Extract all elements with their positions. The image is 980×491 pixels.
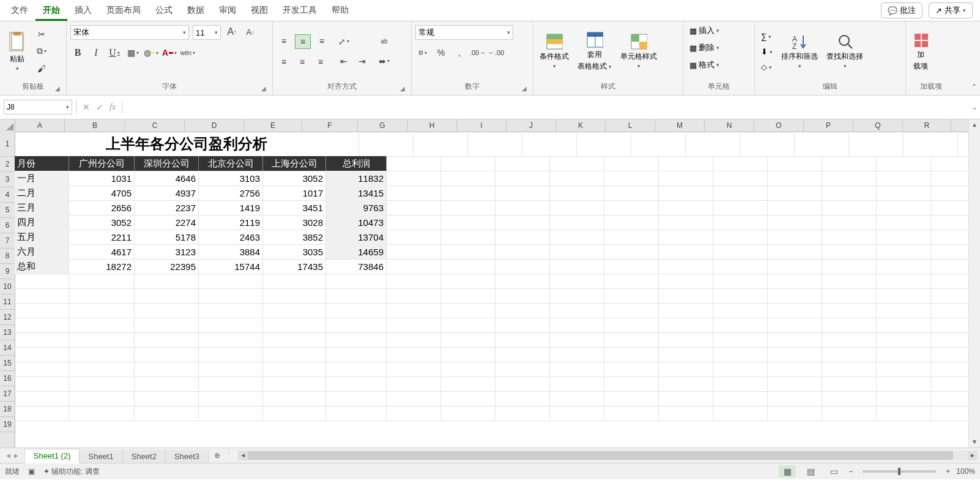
cell[interactable] — [822, 406, 877, 421]
cell[interactable] — [822, 391, 877, 407]
sort-filter-button[interactable]: AZ 排序和筛选 ▾ — [779, 32, 820, 70]
cell[interactable] — [713, 303, 768, 318]
cell[interactable] — [659, 215, 713, 230]
cell[interactable] — [69, 303, 135, 318]
cell[interactable] — [387, 156, 441, 171]
cell[interactable] — [15, 303, 69, 318]
menu-tab-6[interactable]: 审阅 — [212, 1, 243, 21]
cell[interactable] — [69, 391, 135, 407]
view-normal-button[interactable]: ▦ — [779, 465, 796, 478]
cell[interactable] — [822, 303, 877, 318]
cell[interactable] — [135, 391, 199, 407]
cell[interactable] — [713, 318, 768, 333]
cell[interactable] — [441, 215, 496, 230]
zoom-value[interactable]: 100% — [956, 467, 975, 476]
row-header-11[interactable]: 11 — [0, 294, 15, 310]
cancel-formula-button[interactable]: ✕ — [83, 102, 90, 112]
cell[interactable] — [496, 318, 550, 333]
cell[interactable] — [822, 215, 877, 230]
cell[interactable] — [550, 377, 604, 392]
cell[interactable] — [387, 259, 441, 274]
cell[interactable] — [441, 200, 496, 216]
cell[interactable] — [387, 362, 441, 377]
cell[interactable] — [441, 244, 496, 260]
view-page-layout-button[interactable]: ▤ — [802, 465, 819, 478]
cell[interactable] — [822, 230, 877, 245]
cell[interactable] — [822, 318, 877, 333]
cell[interactable] — [659, 274, 713, 289]
cell[interactable]: 2756 — [199, 186, 263, 201]
row-header-6[interactable]: 6 — [0, 218, 15, 233]
cell[interactable]: 1419 — [199, 200, 263, 216]
cell[interactable]: 11832 — [326, 171, 387, 186]
cell[interactable] — [659, 156, 713, 171]
scroll-down-button[interactable]: ▼ — [969, 437, 980, 448]
cell[interactable] — [768, 274, 822, 289]
cell[interactable] — [604, 156, 659, 171]
underline-button[interactable]: U▾ — [107, 46, 122, 59]
cell[interactable] — [326, 391, 387, 407]
cell[interactable] — [713, 156, 768, 171]
col-header-J[interactable]: J — [507, 119, 556, 132]
cell[interactable] — [387, 230, 441, 245]
formula-input[interactable] — [122, 100, 969, 114]
insert-cells-button[interactable]: ▦插入▾ — [687, 24, 722, 37]
vertical-scrollbar[interactable]: ▲ ▼ — [968, 119, 980, 448]
cell[interactable] — [604, 377, 659, 392]
menu-tab-3[interactable]: 页面布局 — [99, 1, 148, 21]
format-cells-button[interactable]: ▦格式▾ — [687, 58, 722, 72]
cell[interactable] — [713, 200, 768, 216]
col-header-H[interactable]: H — [407, 119, 457, 132]
cell[interactable]: 4617 — [69, 244, 135, 260]
cell[interactable]: 三月 — [15, 200, 69, 216]
cell[interactable] — [904, 132, 958, 157]
orientation-button[interactable]: ⤢▾ — [336, 35, 351, 48]
cell[interactable] — [822, 274, 877, 289]
cell[interactable] — [768, 230, 822, 245]
col-header-K[interactable]: K — [556, 119, 606, 132]
col-header-B[interactable]: B — [65, 119, 125, 132]
merge-button[interactable]: ⬌▾ — [377, 54, 392, 68]
cell[interactable] — [550, 406, 604, 421]
cell[interactable] — [69, 377, 135, 392]
cell[interactable] — [199, 332, 263, 348]
cell[interactable] — [263, 362, 326, 377]
cell[interactable] — [69, 406, 135, 421]
cell[interactable] — [768, 391, 822, 407]
cell[interactable]: 13415 — [326, 186, 387, 201]
cell[interactable] — [496, 406, 550, 421]
cell[interactable] — [604, 200, 659, 216]
col-header-F[interactable]: F — [302, 119, 358, 132]
cell[interactable] — [263, 391, 326, 407]
font-name-combo[interactable]: 宋体 ▾ — [70, 25, 189, 40]
cell[interactable]: 3451 — [263, 200, 326, 216]
cell[interactable]: 上海分公司 — [263, 156, 326, 171]
cell[interactable] — [441, 171, 496, 186]
cell[interactable] — [713, 186, 768, 201]
cells-area[interactable]: 上半年各分公司盈利分析月份广州分公司深圳分公司北京分公司上海分公司总利润一月10… — [15, 132, 969, 448]
cell[interactable] — [441, 288, 496, 304]
align-center-button[interactable]: ≡ — [295, 55, 310, 69]
cell[interactable] — [387, 244, 441, 260]
cell[interactable] — [135, 362, 199, 377]
scroll-right-button[interactable]: ► — [968, 451, 978, 460]
cell[interactable] — [263, 406, 326, 421]
cell[interactable] — [69, 318, 135, 333]
cell[interactable] — [822, 156, 877, 171]
menu-tab-5[interactable]: 数据 — [180, 1, 212, 21]
paste-button[interactable]: 粘贴 ▾ — [4, 29, 31, 73]
cell[interactable] — [263, 303, 326, 318]
cell[interactable] — [659, 406, 713, 421]
cell[interactable] — [135, 303, 199, 318]
cell[interactable] — [15, 406, 69, 421]
cell[interactable] — [387, 377, 441, 392]
view-page-break-button[interactable]: ▭ — [825, 465, 842, 478]
row-header-16[interactable]: 16 — [0, 371, 15, 386]
font-color-button[interactable]: A▾ — [162, 46, 177, 59]
cell[interactable] — [550, 332, 604, 348]
cell[interactable] — [604, 244, 659, 260]
cell[interactable] — [849, 132, 904, 157]
col-header-M[interactable]: M — [655, 119, 705, 132]
cell[interactable] — [496, 362, 550, 377]
vscroll-track[interactable] — [969, 130, 980, 437]
